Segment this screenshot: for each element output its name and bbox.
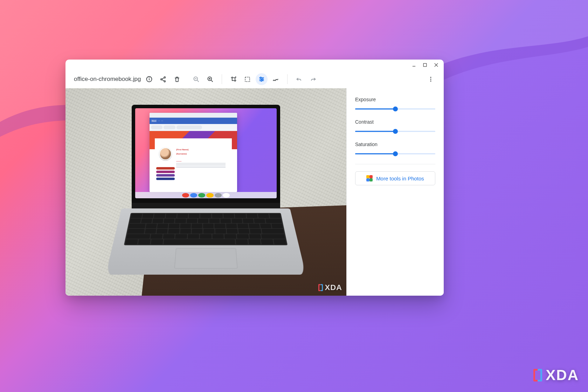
exposure-slider[interactable] [355, 106, 435, 111]
more-tools-label: More tools in Photos [376, 176, 424, 181]
panel-divider [355, 164, 435, 164]
photo-preview: Word [First Name] [Surname] ——— [65, 88, 346, 296]
info-button[interactable] [143, 73, 155, 85]
toolbar: office-on-chromebook.jpg [65, 70, 444, 88]
filename-label: office-on-chromebook.jpg [72, 76, 141, 83]
zoom-in-button[interactable] [204, 73, 216, 85]
google-photos-icon [366, 175, 373, 181]
svg-point-16 [260, 77, 261, 78]
toolbar-separator [222, 74, 222, 84]
svg-rect-0 [423, 63, 427, 67]
adjust-button[interactable] [256, 73, 268, 85]
svg-point-5 [161, 78, 162, 80]
delete-button[interactable] [171, 73, 183, 85]
adjust-panel: Exposure Contrast Saturation [346, 88, 444, 296]
saturation-slider[interactable] [355, 151, 435, 156]
svg-point-21 [430, 77, 431, 78]
window-titlebar [65, 60, 444, 70]
xda-watermark: XDA [533, 367, 579, 384]
svg-rect-14 [245, 77, 250, 82]
saturation-label: Saturation [355, 142, 435, 147]
annotate-button[interactable] [270, 73, 282, 85]
rescale-button[interactable] [242, 73, 254, 85]
svg-point-23 [430, 81, 431, 82]
svg-point-3 [149, 78, 149, 78]
contrast-slider[interactable] [355, 129, 435, 134]
contrast-group: Contrast [355, 119, 435, 134]
saturation-group: Saturation [355, 142, 435, 156]
xda-watermark-inner: XDA [318, 283, 342, 292]
share-button[interactable] [157, 73, 169, 85]
exposure-group: Exposure [355, 97, 435, 111]
content-area: Word [First Name] [Surname] ——— [65, 88, 444, 296]
svg-point-18 [262, 78, 263, 80]
redo-button[interactable] [307, 73, 319, 85]
exposure-label: Exposure [355, 97, 435, 102]
doc-firstname: [First Name] [176, 149, 188, 151]
gallery-window: office-on-chromebook.jpg [65, 60, 444, 296]
svg-point-4 [164, 76, 165, 78]
overflow-menu-button[interactable] [425, 73, 437, 85]
svg-point-20 [261, 80, 262, 81]
svg-point-22 [430, 79, 431, 80]
maximize-button[interactable] [423, 63, 427, 67]
doc-surname: [Surname] [176, 153, 187, 155]
svg-line-8 [197, 80, 199, 82]
minimize-button[interactable] [411, 62, 416, 67]
zoom-out-button[interactable] [190, 73, 202, 85]
image-pane[interactable]: Word [First Name] [Surname] ——— [65, 88, 346, 296]
more-tools-in-photos-button[interactable]: More tools in Photos [355, 171, 435, 185]
undo-button[interactable] [293, 73, 305, 85]
crop-rotate-button[interactable] [228, 73, 240, 85]
svg-line-11 [211, 80, 213, 82]
contrast-label: Contrast [355, 119, 435, 125]
close-button[interactable] [434, 62, 439, 68]
toolbar-separator [287, 74, 288, 84]
svg-point-6 [164, 81, 165, 82]
